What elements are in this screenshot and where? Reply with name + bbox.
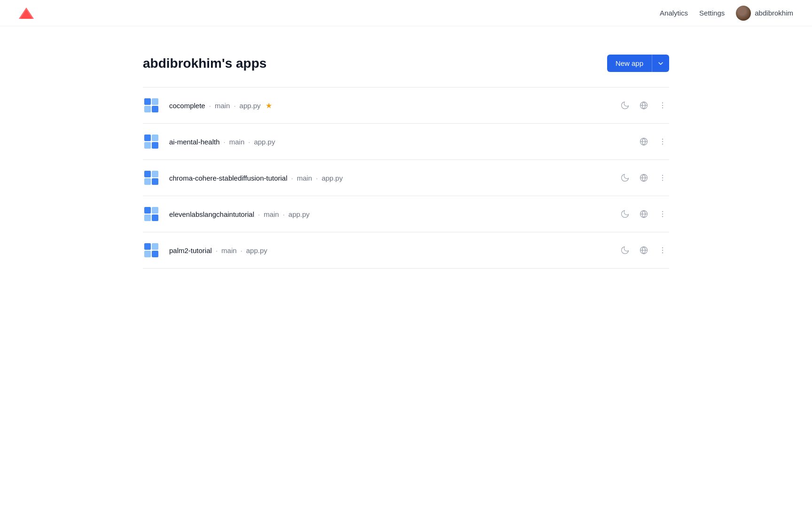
globe-icon[interactable]	[637, 171, 650, 184]
svg-point-15	[662, 177, 663, 178]
globe-icon[interactable]	[637, 207, 650, 221]
moon-icon[interactable]	[618, 99, 632, 112]
more-options-icon[interactable]	[656, 244, 669, 257]
app-file: app.py	[246, 246, 267, 254]
separator: ·	[241, 246, 242, 254]
svg-point-14	[662, 175, 663, 176]
separator: ·	[248, 138, 250, 146]
svg-point-24	[662, 247, 663, 248]
app-branch: main	[221, 246, 237, 254]
app-actions	[618, 244, 669, 257]
moon-icon[interactable]	[618, 207, 632, 221]
new-app-dropdown-arrow[interactable]	[652, 56, 669, 71]
svg-point-6	[662, 107, 663, 108]
app-branch: main	[264, 210, 279, 218]
settings-link[interactable]: Settings	[699, 9, 725, 17]
separator: ·	[224, 138, 226, 146]
separator: ·	[291, 174, 293, 182]
app-row[interactable]: elevenlabslangchaintutorial · main · app…	[143, 196, 669, 232]
globe-icon[interactable]	[637, 135, 650, 148]
svg-point-20	[662, 214, 663, 214]
app-actions	[637, 135, 669, 148]
more-options-icon[interactable]	[656, 207, 669, 221]
apps-list: cocomplete · main · app.py★ai-mental-hea…	[143, 87, 669, 269]
main-content: abdibrokhim's apps New app cocomplete · …	[124, 26, 688, 269]
separator: ·	[209, 102, 211, 110]
username: abdibrokhim	[755, 9, 793, 17]
more-options-icon[interactable]	[656, 135, 669, 148]
separator: ·	[283, 210, 285, 218]
globe-icon[interactable]	[637, 244, 650, 257]
app-name: palm2-tutorial	[169, 246, 212, 254]
app-name: ai-mental-health	[169, 138, 220, 146]
app-actions	[618, 99, 669, 112]
svg-point-11	[662, 143, 663, 144]
app-icon	[143, 242, 160, 259]
app-name: elevenlabslangchaintutorial	[169, 210, 254, 218]
streamlit-logo	[19, 8, 34, 19]
moon-icon[interactable]	[618, 244, 632, 257]
svg-point-16	[662, 180, 663, 181]
app-info: chroma-cohere-stablediffusion-tutorial ·…	[169, 174, 618, 182]
svg-point-4	[662, 103, 663, 103]
app-file: app.py	[321, 174, 343, 182]
app-info: elevenlabslangchaintutorial · main · app…	[169, 210, 618, 218]
chevron-down-icon	[658, 61, 664, 66]
separator: ·	[258, 210, 260, 218]
header: Analytics Settings abdibrokhim	[0, 0, 812, 26]
app-branch: main	[297, 174, 312, 182]
app-info: palm2-tutorial · main · app.py	[169, 246, 618, 254]
app-branch: main	[229, 138, 245, 146]
app-row[interactable]: palm2-tutorial · main · app.py	[143, 232, 669, 269]
app-info: cocomplete · main · app.py★	[169, 101, 618, 110]
app-row[interactable]: cocomplete · main · app.py★	[143, 87, 669, 124]
app-row[interactable]: chroma-cohere-stablediffusion-tutorial ·…	[143, 160, 669, 196]
svg-point-21	[662, 216, 663, 217]
app-row[interactable]: ai-mental-health · main · app.py	[143, 124, 669, 160]
separator: ·	[234, 102, 235, 110]
moon-icon[interactable]	[618, 171, 632, 184]
logo-area	[19, 8, 34, 19]
app-branch: main	[215, 102, 230, 110]
app-icon	[143, 133, 160, 150]
app-file: app.py	[254, 138, 275, 146]
svg-point-10	[662, 141, 663, 142]
app-info: ai-mental-health · main · app.py	[169, 138, 637, 146]
page-title: abdibrokhim's apps	[143, 56, 266, 71]
app-icon	[143, 169, 160, 186]
app-file: app.py	[240, 102, 261, 110]
svg-point-5	[662, 105, 663, 106]
header-nav: Analytics Settings abdibrokhim	[660, 6, 793, 21]
user-section[interactable]: abdibrokhim	[736, 6, 793, 21]
app-file: app.py	[289, 210, 310, 218]
app-icon	[143, 97, 160, 114]
more-options-icon[interactable]	[656, 171, 669, 184]
analytics-link[interactable]: Analytics	[660, 9, 688, 17]
separator: ·	[216, 246, 218, 254]
svg-point-26	[662, 252, 663, 253]
svg-point-19	[662, 211, 663, 212]
new-app-label: New app	[607, 55, 652, 72]
more-options-icon[interactable]	[656, 99, 669, 112]
app-name: chroma-cohere-stablediffusion-tutorial	[169, 174, 288, 182]
page-header: abdibrokhim's apps New app	[143, 55, 669, 72]
separator: ·	[316, 174, 318, 182]
globe-icon[interactable]	[637, 99, 650, 112]
new-app-button[interactable]: New app	[607, 55, 669, 72]
avatar	[736, 6, 751, 21]
app-actions	[618, 171, 669, 184]
app-icon	[143, 206, 160, 222]
star-icon[interactable]: ★	[265, 101, 272, 110]
svg-point-25	[662, 250, 663, 251]
svg-point-9	[662, 139, 663, 140]
app-actions	[618, 207, 669, 221]
app-name: cocomplete	[169, 102, 205, 110]
